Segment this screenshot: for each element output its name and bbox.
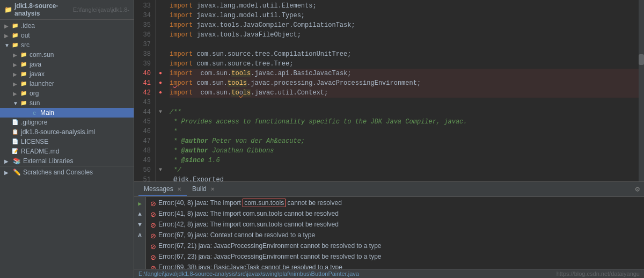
error-location-1: Error:(40, 8) java: The import — [158, 199, 243, 207]
tree-item-scratches[interactable]: ▶ ✏️ Scratches and Consoles — [0, 166, 134, 178]
sidebar: 📁 jdk1.8-source-analysis E:\fanglei\java… — [0, 0, 134, 278]
ext-libraries-icon: 📚 — [13, 157, 21, 165]
tree-item-idea[interactable]: ▶ 📁 .idea — [0, 21, 134, 31]
line-numbers: 33 34 35 36 37 38 39 40 41 42 43 44 45 4… — [134, 0, 156, 181]
message-row-3[interactable]: ⊘ Error:(42, 8) java: The import com.sun… — [146, 220, 644, 230]
message-row-4[interactable]: ⊘ Error:(67, 9) java: Context cannot be … — [146, 230, 644, 241]
expand-arrow-javax: ▶ — [13, 71, 19, 77]
tab-build-label: Build — [192, 185, 207, 193]
code-content: import javax.lang.model.util.Elements; i… — [165, 0, 639, 181]
tree-label-out: out — [21, 32, 30, 39]
message-text-4: Error:(67, 9) java: Context cannot be re… — [158, 231, 315, 239]
expand-arrow-launcher: ▶ — [13, 81, 19, 87]
tree-label-java: java — [30, 61, 41, 68]
error-icon-6: ⊘ — [150, 253, 156, 261]
highlight-comsuntools: com.sun.tools — [243, 199, 286, 207]
tree-label-scratches: Scratches and Consoles — [23, 169, 93, 176]
expand-arrow-comsun: ▶ — [13, 52, 19, 58]
sidebar-header: 📁 jdk1.8-source-analysis E:\fanglei\java… — [0, 0, 134, 20]
tree-item-launcher[interactable]: ▶ 📁 launcher — [0, 79, 134, 89]
error-icon-7: ⊘ — [150, 264, 156, 269]
project-path: E:\fanglei\java\jdk1.8- — [73, 6, 129, 13]
message-row-5[interactable]: ⊘ Error:(67, 21) java: JavacProcessingEn… — [146, 241, 644, 252]
error-icon-1: ⊘ — [150, 200, 156, 208]
folder-icon-out: 📁 — [11, 32, 19, 39]
message-text-7: Error:(69, 38) java: BasicJavacTask cann… — [158, 264, 342, 269]
tab-build[interactable]: Build ✕ — [187, 183, 220, 196]
bottom-file-path: E:\fanglei\java\jdk1.8-source-analysis\s… — [138, 270, 359, 277]
message-text-6: Error:(67, 23) java: JavacProcessingEnvi… — [158, 253, 382, 260]
bottom-tabs-bar: Messages ✕ Build ✕ ⚙ — [134, 182, 644, 197]
license-icon: 📄 — [11, 138, 19, 145]
expand-arrow-sun: ▼ — [13, 100, 19, 106]
message-text-1: Error:(40, 8) java: The import com.sun.t… — [158, 199, 342, 207]
message-row-7[interactable]: ⊘ Error:(69, 38) java: BasicJavacTask ca… — [146, 262, 644, 269]
tab-messages[interactable]: Messages ✕ — [138, 183, 187, 196]
expand-arrow-scratches: ▶ — [4, 170, 11, 175]
folder-icon-java: 📁 — [19, 61, 28, 68]
messages-list: ⊘ Error:(40, 8) java: The import com.sun… — [146, 197, 644, 269]
file-icon-gitignore: 📄 — [11, 119, 19, 126]
run-button[interactable]: ▶ — [136, 199, 144, 208]
project-title: jdk1.8-source-analysis — [14, 2, 71, 17]
folder-icon-src: 📁 — [11, 42, 19, 48]
tree-item-readme[interactable]: 📝 README.md — [0, 147, 134, 156]
sort-button[interactable]: A — [136, 231, 144, 240]
tree-item-out[interactable]: ▶ 📁 out — [0, 31, 134, 40]
tab-build-close[interactable]: ✕ — [210, 186, 215, 192]
tree-label-gitignore: .gitignore — [21, 119, 47, 126]
tree-item-java[interactable]: ▶ 📁 java — [0, 60, 134, 69]
message-text-2: Error:(41, 8) java: The import com.sun.t… — [158, 210, 339, 217]
expand-arrow-org: ▶ — [13, 91, 19, 97]
expand-arrow-src: ▼ — [4, 42, 11, 48]
settings-icon[interactable]: ⚙ — [635, 185, 640, 194]
error-icon-4: ⊘ — [150, 232, 156, 240]
tree-item-sun[interactable]: ▼ 📁 sun — [0, 98, 134, 108]
left-action-bar: ▶ ▲ ▼ A — [134, 197, 146, 269]
tree-item-license[interactable]: 📄 LICENSE — [0, 137, 134, 147]
error-icon-3: ⊘ — [150, 221, 156, 229]
folder-icon-comsun: 📁 — [19, 52, 28, 58]
expand-arrow-java: ▶ — [13, 62, 19, 68]
tree-item-main[interactable]: c Main — [0, 108, 134, 118]
gutter: ● ● ● ▼ ▼ — [156, 0, 165, 181]
scrollbar-right[interactable] — [639, 0, 644, 181]
folder-icon-launcher: 📁 — [19, 81, 28, 87]
tree-item-comsun[interactable]: ▶ 📁 com.sun — [0, 50, 134, 60]
tree-label-comsun: com.sun — [30, 51, 54, 58]
tree-item-gitignore[interactable]: 📄 .gitignore — [0, 118, 134, 127]
tree-label-launcher: launcher — [30, 80, 54, 87]
folder-icon-idea: 📁 — [11, 23, 19, 29]
tab-messages-close[interactable]: ✕ — [177, 186, 181, 192]
message-text-3: Error:(42, 8) java: The import com.sun.t… — [158, 221, 339, 228]
tree-item-ext-libraries[interactable]: ▶ 📚 External Libraries — [0, 156, 134, 166]
tree-item-javax[interactable]: ▶ 📁 javax — [0, 69, 134, 79]
tree-label-license: LICENSE — [21, 138, 48, 145]
scratches-icon: ✏️ — [13, 169, 21, 176]
error-icon-5: ⊘ — [150, 243, 156, 251]
tree-item-src[interactable]: ▼ 📁 src — [0, 40, 134, 50]
tab-messages-label: Messages — [144, 185, 173, 193]
readme-icon: 📝 — [11, 148, 19, 155]
message-row-2[interactable]: ⊘ Error:(41, 8) java: The import com.sun… — [146, 209, 644, 220]
message-row-6[interactable]: ⊘ Error:(67, 23) java: JavacProcessingEn… — [146, 252, 644, 262]
expand-arrow: ▶ — [4, 23, 11, 29]
java-class-icon: c — [30, 109, 39, 116]
folder-icon-javax: 📁 — [19, 71, 28, 77]
tree-item-org[interactable]: ▶ 📁 org — [0, 89, 134, 98]
tree-label-org: org — [30, 90, 39, 97]
tree-label-iml: jdk1.8-source-analysis.iml — [21, 128, 95, 136]
sidebar-tree: ▶ 📁 .idea ▶ 📁 out ▼ 📁 src ▶ 📁 com.sun — [0, 20, 134, 278]
error-icon-2: ⊘ — [150, 210, 156, 218]
tree-label-ext: External Libraries — [23, 157, 73, 165]
scroll-up-button[interactable]: ▲ — [136, 210, 144, 218]
code-editor: 33 34 35 36 37 38 39 40 41 42 43 44 45 4… — [134, 0, 644, 181]
tree-item-iml[interactable]: 📋 jdk1.8-source-analysis.iml — [0, 127, 134, 137]
folder-icon-org: 📁 — [19, 90, 28, 97]
scroll-down-button[interactable]: ▼ — [136, 221, 144, 229]
message-text-5: Error:(67, 21) java: JavacProcessingEnvi… — [158, 242, 382, 250]
folder-icon-sun: 📁 — [19, 100, 28, 106]
tree-label-main: Main — [40, 109, 54, 116]
blog-url: https://blog.csdn.net/dataiyangu — [557, 270, 640, 277]
message-row-1[interactable]: ⊘ Error:(40, 8) java: The import com.sun… — [146, 198, 644, 209]
